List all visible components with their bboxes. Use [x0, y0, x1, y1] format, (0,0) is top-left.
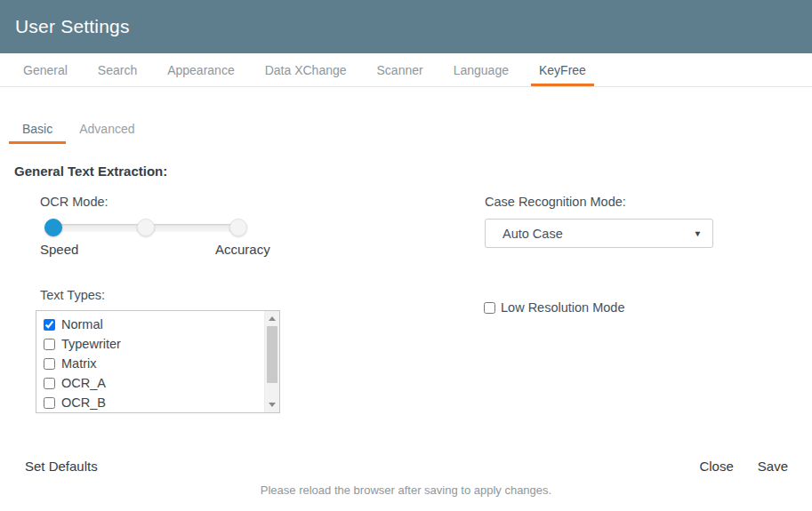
ocr-mode-label: OCR Mode: — [40, 195, 109, 209]
slider-stop-accuracy[interactable] — [229, 219, 247, 236]
ocr-mode-slider[interactable] — [44, 219, 247, 236]
text-types-listbox[interactable]: Normal Typewriter Matrix OCR_A OCR_B — [36, 310, 280, 413]
ocr-b-checkbox[interactable] — [44, 397, 55, 409]
slider-min-label: Speed — [40, 242, 78, 257]
case-mode-select[interactable]: Auto Case ▼ — [485, 219, 713, 248]
checkbox-label: Typewriter — [61, 337, 121, 351]
tab-scanner[interactable]: Scanner — [369, 53, 431, 86]
list-item-ocr-b[interactable]: OCR_B — [44, 393, 279, 412]
list-item-matrix[interactable]: Matrix — [44, 354, 279, 373]
subtab-advanced[interactable]: Advanced — [66, 113, 148, 144]
tab-data-xchange[interactable]: Data XChange — [257, 53, 355, 86]
footer-actions: Close Save — [699, 459, 788, 474]
slider-stop-speed[interactable] — [44, 219, 62, 236]
section-heading: General Text Extraction: — [14, 164, 167, 179]
subtab-basic[interactable]: Basic — [9, 113, 66, 144]
checkbox-label: Matrix — [61, 356, 96, 371]
dialog-header: User Settings — [0, 0, 812, 53]
listbox-scrollbar[interactable] — [264, 311, 279, 412]
select-value: Auto Case — [502, 227, 563, 241]
close-button[interactable]: Close — [699, 459, 733, 474]
tab-general[interactable]: General — [15, 53, 76, 86]
user-settings-dialog: User Settings General Search Appearance … — [0, 0, 812, 511]
matrix-checkbox[interactable] — [44, 358, 55, 370]
text-types-label: Text Types: — [40, 288, 105, 302]
save-button[interactable]: Save — [758, 459, 788, 474]
checkbox-label: OCR_A — [61, 376, 106, 390]
tab-appearance[interactable]: Appearance — [159, 53, 243, 86]
scroll-up-button[interactable] — [265, 312, 279, 325]
arrow-down-icon — [269, 403, 276, 407]
tab-language[interactable]: Language — [446, 53, 517, 86]
low-res-row[interactable]: Low Resolution Mode — [484, 300, 624, 315]
arrow-up-icon — [269, 316, 276, 321]
list-item-normal[interactable]: Normal — [44, 315, 279, 334]
scroll-down-button[interactable] — [265, 398, 279, 411]
text-types-items: Normal Typewriter Matrix OCR_A OCR_B — [36, 311, 279, 412]
typewriter-checkbox[interactable] — [44, 339, 55, 350]
slider-stop-balanced[interactable] — [137, 219, 155, 236]
reload-note: Please reload the browser after saving t… — [0, 483, 812, 497]
scrollbar-thumb[interactable] — [267, 326, 277, 383]
ocr-a-checkbox[interactable] — [44, 378, 55, 389]
case-mode-label: Case Recognition Mode: — [485, 195, 626, 209]
set-defaults-button[interactable]: Set Defaults — [25, 459, 98, 474]
list-item-typewriter[interactable]: Typewriter — [44, 334, 279, 354]
tab-keyfree[interactable]: KeyFree — [531, 53, 594, 86]
list-item-ocr-a[interactable]: OCR_A — [44, 373, 279, 393]
dropdown-caret-icon: ▼ — [694, 229, 703, 238]
checkbox-label: Normal — [61, 317, 103, 331]
low-res-label: Low Resolution Mode — [501, 300, 624, 315]
checkbox-label: OCR_B — [61, 395, 106, 410]
normal-checkbox[interactable] — [44, 319, 55, 331]
low-res-checkbox[interactable] — [484, 302, 495, 314]
main-tab-bar: General Search Appearance Data XChange S… — [0, 53, 812, 87]
sub-tab-bar: Basic Advanced — [9, 113, 149, 144]
slider-max-label: Accuracy — [215, 242, 270, 257]
dialog-title: User Settings — [15, 16, 130, 37]
tab-search[interactable]: Search — [90, 53, 145, 86]
